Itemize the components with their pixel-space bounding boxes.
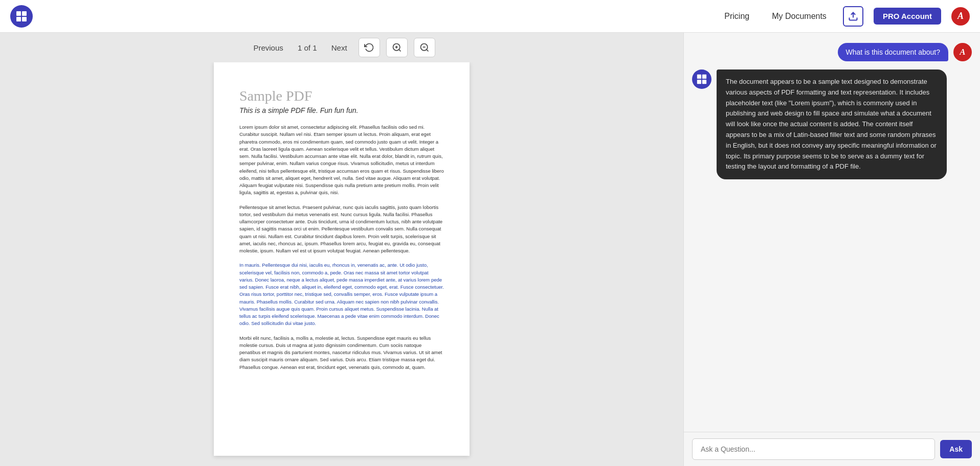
chat-panel: What is this document about? A The docum… — [683, 33, 980, 466]
zoom-out-button[interactable] — [414, 38, 435, 57]
chat-message-user: What is this document about? A — [692, 43, 972, 61]
pdf-paragraph-1: Lorem ipsum dolor sit amet, consectetur … — [239, 124, 444, 197]
pricing-link[interactable]: Pricing — [718, 8, 755, 25]
refresh-button[interactable] — [359, 38, 380, 57]
upload-button[interactable] — [843, 6, 863, 27]
svg-rect-1 — [22, 11, 27, 16]
svg-rect-14 — [697, 80, 701, 84]
main-area: Previous 1 of 1 Next — [0, 33, 980, 466]
header: Pricing My Documents PRO Account A — [0, 0, 980, 33]
pdf-viewer-scroll[interactable]: Sample PDF This is a simple PDF file. Fu… — [0, 62, 683, 466]
page-indicator: 1 of 1 — [295, 43, 320, 52]
svg-rect-2 — [16, 17, 21, 21]
header-nav: Pricing My Documents PRO Account A — [718, 6, 970, 27]
svg-rect-0 — [16, 11, 21, 16]
my-documents-link[interactable]: My Documents — [766, 8, 833, 25]
pdf-toolbar: Previous 1 of 1 Next — [0, 33, 683, 62]
pdf-page: Sample PDF This is a simple PDF file. Fu… — [214, 62, 470, 456]
next-button[interactable]: Next — [326, 40, 352, 55]
ask-button[interactable]: Ask — [940, 440, 972, 458]
pdf-paragraph-4: Morbi elit nunc, facilisis a, mollis a, … — [239, 335, 444, 371]
pdf-paragraph-2: Pellentesque sit amet lectus. Praesent p… — [239, 204, 444, 255]
pdf-title: Sample PDF — [239, 88, 444, 104]
chat-messages: What is this document about? A The docum… — [684, 33, 980, 432]
zoom-in-button[interactable] — [386, 38, 408, 57]
chat-message-bot: The document appears to be a sample text… — [692, 69, 972, 179]
bot-chat-bubble: The document appears to be a sample text… — [717, 69, 947, 179]
svg-line-10 — [426, 50, 428, 52]
svg-rect-13 — [702, 75, 706, 79]
chat-input-area: Ask — [684, 432, 980, 466]
pdf-paragraph-3: In mauris. Pellentesque dui nisi, iaculi… — [239, 262, 444, 327]
user-chat-bubble: What is this document about? — [838, 43, 948, 61]
svg-rect-15 — [702, 80, 706, 84]
user-avatar[interactable]: A — [951, 7, 970, 26]
chat-input[interactable] — [692, 438, 935, 460]
user-avatar-chat: A — [953, 43, 972, 61]
svg-line-6 — [398, 50, 400, 52]
svg-rect-12 — [697, 75, 701, 79]
pdf-subtitle: This is a simple PDF file. Fun fun fun. — [239, 106, 444, 114]
logo[interactable] — [10, 5, 33, 28]
previous-button[interactable]: Previous — [248, 40, 288, 55]
pro-account-button[interactable]: PRO Account — [874, 8, 941, 25]
svg-rect-3 — [22, 17, 27, 21]
pdf-body: Lorem ipsum dolor sit amet, consectetur … — [239, 124, 444, 371]
pdf-panel: Previous 1 of 1 Next — [0, 33, 683, 466]
bot-avatar — [692, 69, 711, 89]
